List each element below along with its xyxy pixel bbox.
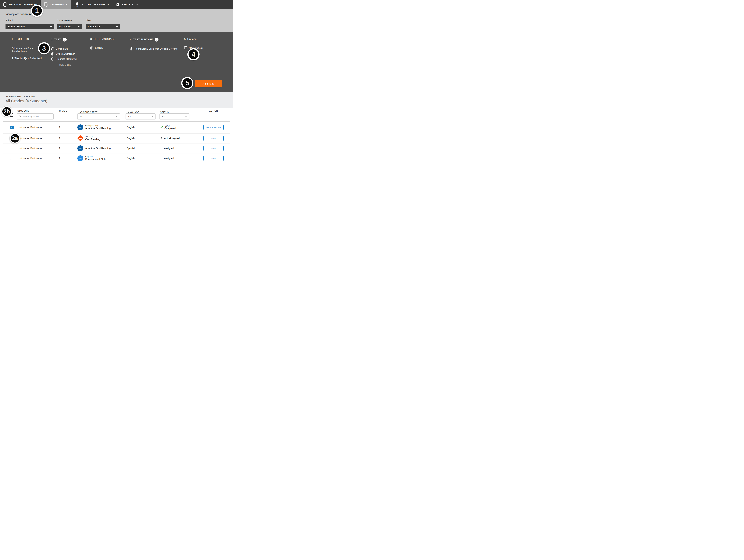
language-value: English <box>125 157 159 160</box>
student-name: Last Name, First Name <box>17 137 59 140</box>
tab-label: ASSIGNMENTS <box>50 3 67 6</box>
help-icon[interactable]: ? <box>155 38 158 41</box>
filter-value: All <box>80 115 82 118</box>
radio-label: Benchmark <box>56 47 68 50</box>
assignment-tracking-table: STUDENTS GRADE ASSIGNED TEST LANGUAGE ST… <box>3 108 230 163</box>
status-value: Completed <box>164 127 176 130</box>
col-students: STUDENTS <box>17 110 59 112</box>
chevron-down-icon <box>185 116 187 117</box>
school-filter-group: School: Sample School <box>5 19 54 29</box>
callout-badge-3: 3 <box>38 42 50 54</box>
tab-assignments[interactable]: ASSIGNMENTS <box>41 0 71 9</box>
tracking-label: ASSIGNMENT TRACKING: <box>5 96 36 98</box>
step-students-section: 1. STUDENTS Select student(s) from the t… <box>12 38 42 60</box>
language-filter[interactable]: All <box>125 113 155 119</box>
tab-reports[interactable]: REPORTS <box>112 0 142 9</box>
assignment-tracking-header: ASSIGNMENT TRACKING: All Grades (4 Stude… <box>0 92 233 108</box>
repeat-icon <box>160 137 163 140</box>
grade-select[interactable]: All Grades <box>57 24 82 29</box>
search-icon <box>19 115 21 118</box>
assigned-test-cell: BK Passages Only Adaptive Oral Reading <box>77 124 125 130</box>
radio-selected-icon <box>51 52 54 55</box>
col-language: LANGUAGE <box>125 111 159 113</box>
tab-student-passwords[interactable]: ✱✱✱✱ STUDENT PASSWORDS <box>71 0 112 9</box>
class-label: Class: <box>86 19 120 22</box>
col-action: ACTION <box>203 110 224 112</box>
clipboard-check-icon <box>44 2 48 7</box>
callout-badge-2b: 2b <box>1 106 12 117</box>
search-input[interactable] <box>22 115 52 118</box>
student-name: Last Name, First Name <box>17 157 59 160</box>
test-subtitle: Passages Only <box>85 125 111 127</box>
gauge-icon <box>3 2 7 7</box>
filter-value: All <box>128 115 131 118</box>
grade-value: 2 <box>59 137 77 140</box>
area-chart-icon <box>116 2 120 6</box>
school-label: School: <box>5 19 54 22</box>
filter-value: All <box>162 115 164 118</box>
progress-monitoring-badge: PM <box>77 136 83 141</box>
step-test-section: 2. TEST ? Benchmark Dyslexia Screener Pr… <box>51 38 79 66</box>
col-assigned-test: ASSIGNED TEST <box>77 111 125 113</box>
status-value: Auto-Assigned <box>164 137 180 140</box>
radio-selected-icon <box>90 46 94 49</box>
col-grade: GRADE <box>59 110 77 112</box>
grade-value: 2 <box>59 157 77 160</box>
chevron-down-icon <box>50 26 52 27</box>
grade-select-value: All Grades <box>59 25 71 28</box>
radio-progress-monitoring[interactable]: Progress Monitoring <box>51 57 79 61</box>
class-select[interactable]: All Classes <box>86 24 120 29</box>
radio-icon <box>51 58 54 61</box>
chevron-down-icon <box>116 116 118 117</box>
tab-label: STUDENT PASSWORDS <box>82 3 109 6</box>
radio-selected-icon <box>130 47 133 50</box>
callout-badge-2a: 2a <box>9 133 20 144</box>
assigned-test-cell: BK Beginner Foundational Skills <box>77 155 125 161</box>
school-select[interactable]: Sample School <box>5 24 54 29</box>
school-select-value: Sample School <box>8 25 25 28</box>
test-title: 2. TEST <box>51 38 61 41</box>
lock-icon: ✱✱✱✱ <box>74 2 80 7</box>
radio-benchmark[interactable]: Benchmark <box>51 47 79 50</box>
view-report-button[interactable]: VIEW REPORT <box>203 125 224 130</box>
radio-label: Dyslexia Screener <box>56 52 75 55</box>
table-row: Last Name, First Name 2 BK Adaptive Oral… <box>3 143 230 153</box>
password-stars: ✱✱✱✱ <box>74 6 80 7</box>
row-checkbox[interactable] <box>10 147 13 150</box>
language-title: 3. TEST LANGUAGE <box>90 38 115 41</box>
radio-label: Foundational Skills with Dyslexia Screen… <box>135 47 178 50</box>
table-row: Last Name, First Name 2 PM 300-390L Oral… <box>3 133 230 143</box>
viewing-as-label: Viewing as: <box>5 13 19 16</box>
grade-value: 2 <box>59 126 77 129</box>
radio-dyslexia-screener[interactable]: Dyslexia Screener <box>51 52 79 55</box>
status-filter[interactable]: All <box>159 113 189 119</box>
students-title: 1. STUDENTS <box>12 38 42 41</box>
assigned-test-filter[interactable]: All <box>77 113 120 119</box>
help-icon[interactable]: ? <box>63 38 67 41</box>
step-subtype-section: 4. TEST SUBTYPE ? Foundational Skills wi… <box>130 38 178 52</box>
status-value: Assigned <box>164 157 174 160</box>
tab-label: PROCTOR DASHBOARD <box>9 3 37 6</box>
current-grade-label: Current Grade: <box>57 19 82 22</box>
step-language-section: 3. TEST LANGUAGE English <box>90 38 115 51</box>
test-subtitle: 300-390L <box>85 136 100 138</box>
assign-button[interactable]: ASSIGN <box>195 80 222 87</box>
edit-button[interactable]: EDIT <box>203 136 224 141</box>
edit-button[interactable]: EDIT <box>203 146 224 151</box>
table-header-row: STUDENTS GRADE ASSIGNED TEST LANGUAGE ST… <box>3 108 230 113</box>
see-more-link[interactable]: SEE MORE <box>51 64 79 66</box>
row-checkbox[interactable] <box>10 157 13 160</box>
table-row: Last Name, First Name 2 BK Beginner Foun… <box>3 153 230 163</box>
grade-filter-group: Current Grade: All Grades <box>57 19 82 29</box>
radio-english[interactable]: English <box>90 46 115 49</box>
callout-badge-4: 4 <box>187 48 199 61</box>
benchmark-badge: BK <box>77 145 83 151</box>
test-subtitle: Beginner <box>85 156 107 158</box>
row-checkbox-checked[interactable] <box>10 125 14 129</box>
radio-foundational-skills[interactable]: Foundational Skills with Dyslexia Screen… <box>130 47 178 50</box>
callout-badge-1: 1 <box>31 5 43 17</box>
chevron-down-icon <box>116 26 118 27</box>
edit-button[interactable]: EDIT <box>203 156 224 161</box>
status-cell: Assigned <box>159 157 192 160</box>
students-selected-count: 1 Student(s) Selected <box>12 57 42 60</box>
